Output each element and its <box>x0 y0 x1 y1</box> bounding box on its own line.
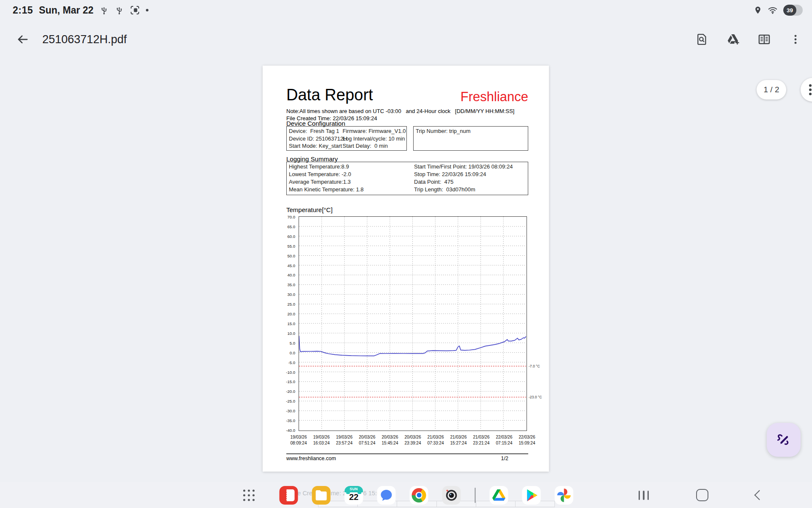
note-text: Note:All times shown are based on UTC -0… <box>286 108 514 114</box>
y-tick-label: 55.0 <box>288 244 296 248</box>
dock-divider <box>475 488 476 503</box>
calendar-app-icon[interactable]: SUN 22 <box>345 486 363 505</box>
x-tick-label: 21/03/2607:33:24 <box>428 434 444 446</box>
summary-cell: Start Time/First Point: 19/03/26 08:09:2… <box>414 163 513 171</box>
config-cell: Device: Fresh Tag 1 <box>289 127 343 135</box>
google-photos-app-icon[interactable] <box>555 486 573 505</box>
add-to-drive-icon[interactable] <box>726 32 740 47</box>
stylus-icon <box>775 431 793 449</box>
threshold-label: -23.0 °C <box>529 395 542 399</box>
brand-logo: Freshliance <box>461 89 528 105</box>
summary-cell: Highest Temperature:8.9 <box>289 163 414 171</box>
x-tick-label: 20/03/2607:51:24 <box>359 434 376 446</box>
y-tick-label: -30.0 <box>286 409 295 413</box>
nav-back-button[interactable] <box>754 490 764 500</box>
calendar-weekday: SUN <box>345 486 363 492</box>
camera-app-icon[interactable] <box>442 486 461 505</box>
all-apps-button[interactable] <box>243 489 255 501</box>
document-title: 251063712H.pdf <box>42 33 127 46</box>
pdf-footer: www.freshliance.com 1/2 <box>286 453 528 461</box>
summary-cell: Stop Time: 22/03/26 15:09:24 <box>414 171 486 178</box>
status-time: 2:15 <box>13 5 33 16</box>
google-drive-app-icon[interactable] <box>490 486 508 505</box>
y-tick-label: 25.0 <box>288 302 296 306</box>
usb-icon <box>115 5 124 15</box>
x-tick-label: 21/03/2615:27:24 <box>450 434 467 446</box>
y-tick-label: 10.0 <box>288 331 296 336</box>
temperature-chart <box>299 216 527 431</box>
trip-number-cell: Trip Number: trip_num <box>416 127 471 135</box>
chrome-app-icon[interactable] <box>410 486 428 505</box>
annotate-fab[interactable] <box>767 423 801 457</box>
summary-cell: Trip Length: 03d07h00m <box>414 186 475 193</box>
config-cell: Start Mode: Key_start <box>289 142 343 150</box>
calendar-day: 22 <box>345 492 363 502</box>
chart-threshold-labels: -7.0 °C-23.0 °C <box>529 216 548 431</box>
y-tick-label: -25.0 <box>286 399 295 403</box>
x-tick-label: 22/03/2615:09:24 <box>519 434 535 446</box>
y-tick-label: -10.0 <box>286 370 295 375</box>
screen-record-icon <box>130 5 140 15</box>
y-tick-label: 30.0 <box>288 292 296 297</box>
y-tick-label: -5.0 <box>288 360 295 365</box>
y-tick-label: 45.0 <box>288 263 296 268</box>
messages-app-icon[interactable] <box>377 486 396 505</box>
find-in-page-icon[interactable] <box>694 32 709 47</box>
config-cell: Device ID: 251063712H <box>289 135 343 143</box>
play-store-app-icon[interactable] <box>522 486 541 505</box>
back-button[interactable] <box>14 30 32 49</box>
location-icon <box>754 5 762 15</box>
reader-mode-icon[interactable] <box>757 32 771 47</box>
x-tick-label: 19/03/2623:57:24 <box>336 434 353 446</box>
y-tick-label: 20.0 <box>288 312 296 316</box>
thumbnails-button[interactable] <box>801 78 812 102</box>
y-tick-label: 40.0 <box>288 273 296 277</box>
battery-percent: 39 <box>787 7 793 14</box>
x-tick-label: 22/03/2607:15:24 <box>496 434 513 446</box>
config-cell: Start Delay: 0 min <box>343 142 388 150</box>
app-bar: 251063712H.pdf <box>0 20 812 58</box>
config-cell: Log Interval/cycle: 10 min <box>343 135 405 143</box>
config-cell: Firmware: Firmware_V1.0 <box>343 127 406 135</box>
report-title: Data Report <box>286 86 373 104</box>
recents-button[interactable] <box>639 491 649 500</box>
y-tick-label: -20.0 <box>286 389 295 394</box>
x-tick-label: 21/03/2623:21:24 <box>473 434 490 446</box>
battery-indicator: 39 <box>783 5 803 16</box>
y-tick-label: 5.0 <box>290 341 295 345</box>
taskbar: File Created Time: 22/03/26 15:09:24 SUN… <box>0 482 812 508</box>
device-config-table: Device: Fresh Tag 1Firmware: Firmware_V1… <box>286 126 407 151</box>
y-tick-label: 60.0 <box>288 234 296 239</box>
y-tick-label: -15.0 <box>286 379 295 384</box>
y-tick-label: -40.0 <box>286 428 295 433</box>
screen: 2:15 Sun, Mar 22 <box>0 0 812 508</box>
pdf-page[interactable]: Data Report Freshliance Note:All times s… <box>263 66 549 472</box>
my-files-app-icon[interactable] <box>312 486 331 505</box>
x-tick-label: 19/03/2608:09:24 <box>291 434 307 446</box>
overflow-menu-icon[interactable] <box>788 32 803 47</box>
x-tick-label: 19/03/2616:03:24 <box>313 434 330 446</box>
status-bar: 2:15 Sun, Mar 22 <box>0 0 812 20</box>
footer-page-number: 1/2 <box>501 456 508 461</box>
chart-title: Temperature[°C] <box>286 206 332 213</box>
usb-icon <box>99 5 109 15</box>
x-tick-label: 20/03/2615:45:24 <box>382 434 398 446</box>
home-button[interactable] <box>696 489 708 501</box>
x-tick-label: 20/03/2623:39:24 <box>405 434 421 446</box>
trip-number-table: Trip Number: trip_num <box>413 126 528 151</box>
summary-cell: Mean Kinetic Temperature: 1.8 <box>289 186 414 193</box>
samsung-notes-app-icon[interactable] <box>280 486 298 505</box>
y-tick-label: 15.0 <box>288 321 296 326</box>
y-tick-label: 65.0 <box>288 224 296 229</box>
threshold-label: -7.0 °C <box>529 364 540 368</box>
wifi-icon <box>767 5 778 15</box>
y-tick-label: 0.0 <box>290 351 295 355</box>
page-indicator[interactable]: 1 / 2 <box>757 80 786 99</box>
grid-icon <box>809 84 812 95</box>
footer-url: www.freshliance.com <box>286 456 336 461</box>
summary-cell: Average Temperature:1.3 <box>289 178 414 186</box>
y-tick-label: 70.0 <box>288 215 296 219</box>
notification-dot-icon <box>146 9 148 11</box>
chart-x-axis: 19/03/2608:09:2419/03/2616:03:2419/03/26… <box>299 434 527 447</box>
y-tick-label: 50.0 <box>288 254 296 258</box>
